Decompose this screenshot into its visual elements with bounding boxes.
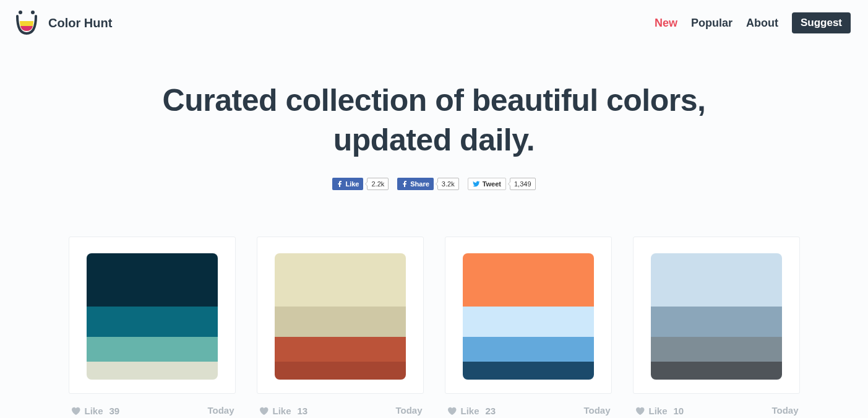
svg-point-1 — [31, 11, 35, 14]
heart-icon — [446, 405, 457, 416]
tw-count: 1,349 — [510, 178, 536, 190]
facebook-share-button[interactable]: Share 3.2k — [397, 177, 458, 191]
swatch — [463, 307, 594, 337]
facebook-icon — [402, 181, 408, 187]
svg-point-0 — [19, 11, 22, 14]
palette-date: Today — [207, 405, 234, 416]
palette-meta: Like 10 Today — [633, 405, 800, 416]
like-count: 23 — [486, 406, 496, 416]
swatch — [463, 337, 594, 362]
twitter-tweet-button[interactable]: Tweet 1,349 — [468, 177, 536, 191]
brand[interactable]: Color Hunt — [14, 10, 112, 36]
palette-card[interactable] — [69, 237, 236, 394]
heart-icon — [258, 405, 269, 416]
swatch — [87, 362, 218, 380]
hero: Curated collection of beautiful colors, … — [0, 41, 868, 199]
swatch — [651, 307, 782, 337]
twitter-icon — [473, 180, 480, 188]
palette-meta-row: Like 39 Today Like 13 Today Like — [0, 400, 868, 418]
swatch — [275, 253, 406, 307]
fb-share-label: Share — [410, 180, 429, 188]
palette-meta: Like 23 Today — [445, 405, 612, 416]
swatch — [651, 337, 782, 362]
brand-name: Color Hunt — [48, 16, 112, 30]
like-label: Like — [649, 406, 668, 416]
palette — [87, 253, 218, 380]
palette — [651, 253, 782, 380]
like-count: 10 — [674, 406, 684, 416]
fb-like-label: Like — [345, 180, 359, 188]
fb-share-count: 3.2k — [437, 178, 459, 190]
swatch — [651, 362, 782, 380]
suggest-button[interactable]: Suggest — [792, 12, 851, 33]
logo-icon — [14, 10, 40, 36]
palette-date: Today — [771, 405, 798, 416]
like-label: Like — [461, 406, 479, 416]
like-button[interactable]: Like 10 — [634, 405, 684, 416]
palette-card[interactable] — [633, 237, 800, 394]
facebook-like-button[interactable]: Like 2.2k — [332, 177, 389, 191]
like-count: 39 — [110, 406, 120, 416]
like-button[interactable]: Like 13 — [258, 405, 308, 416]
palette-meta: Like 39 Today — [69, 405, 236, 416]
like-count: 13 — [298, 406, 308, 416]
swatch — [463, 253, 594, 307]
swatch — [463, 362, 594, 380]
like-button[interactable]: Like 23 — [446, 405, 496, 416]
swatch — [87, 253, 218, 307]
like-label: Like — [85, 406, 103, 416]
main-nav: New Popular About Suggest — [655, 12, 851, 33]
swatch — [87, 337, 218, 362]
palette — [463, 253, 594, 380]
swatch — [275, 307, 406, 337]
social-buttons: Like 2.2k Share 3.2k Tweet 1,349 — [25, 177, 843, 191]
heart-icon — [70, 405, 81, 416]
swatch — [275, 337, 406, 362]
header: Color Hunt New Popular About Suggest — [0, 0, 868, 41]
nav-popular[interactable]: Popular — [691, 17, 733, 30]
fb-like-count: 2.2k — [367, 178, 389, 190]
swatch — [275, 362, 406, 380]
palette-grid — [0, 199, 868, 400]
palette-meta: Like 13 Today — [257, 405, 424, 416]
palette-card[interactable] — [257, 237, 424, 394]
palette-date: Today — [395, 405, 422, 416]
like-button[interactable]: Like 39 — [70, 405, 120, 416]
heart-icon — [634, 405, 645, 416]
tw-label: Tweet — [483, 180, 501, 188]
palette-date: Today — [583, 405, 610, 416]
nav-new[interactable]: New — [655, 17, 677, 30]
hero-headline: Curated collection of beautiful colors, … — [131, 81, 737, 160]
palette-card[interactable] — [445, 237, 612, 394]
like-label: Like — [273, 406, 291, 416]
nav-about[interactable]: About — [746, 17, 778, 30]
palette — [275, 253, 406, 380]
facebook-icon — [337, 181, 343, 187]
swatch — [651, 253, 782, 307]
swatch — [87, 307, 218, 337]
